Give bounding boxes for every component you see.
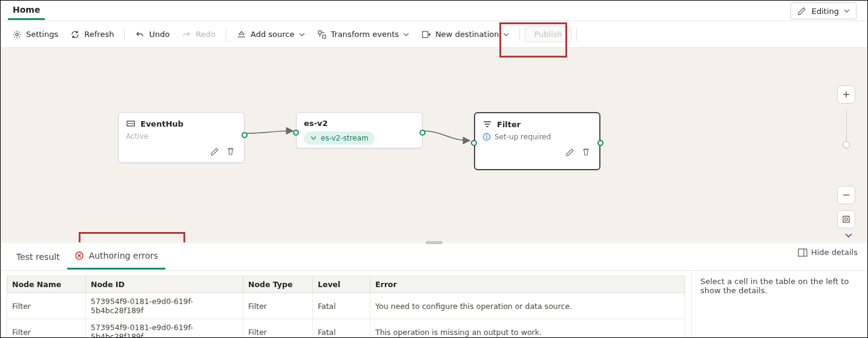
col-node-id[interactable]: Node ID	[86, 276, 243, 293]
divider	[226, 28, 226, 41]
trash-icon	[226, 147, 235, 156]
col-level[interactable]: Level	[313, 276, 370, 293]
toolbar: Settings Refresh Undo Redo Add source Tr…	[1, 21, 867, 48]
new-destination-label: New destination	[435, 30, 499, 39]
table-row[interactable]: Filter 573954f9-0181-e9d0-619f-5b4bc28f1…	[7, 319, 685, 338]
info-icon	[482, 133, 491, 141]
svg-point-0	[16, 33, 18, 35]
svg-rect-10	[486, 136, 487, 139]
canvas[interactable]: EventHub Active es-v2 es-v2-stream Filte…	[1, 48, 867, 242]
transform-icon	[317, 30, 327, 39]
destination-icon	[421, 30, 431, 39]
tab-authoring-errors-label: Authoring errors	[89, 251, 158, 260]
bottom-panel: Test result Authoring errors Hide detail…	[1, 242, 867, 337]
node-eventhub-sub: Active	[126, 132, 237, 141]
add-source-button[interactable]: Add source	[231, 27, 310, 42]
minus-icon	[842, 191, 850, 199]
svg-rect-11	[843, 216, 849, 222]
refresh-button[interactable]: Refresh	[65, 27, 119, 42]
svg-rect-16	[798, 249, 807, 256]
undo-button[interactable]: Undo	[130, 27, 175, 42]
hide-details-button[interactable]: Hide details	[798, 248, 858, 257]
zoom-in-button[interactable]	[837, 85, 855, 104]
cell[interactable]: 573954f9-0181-e9d0-619f-5b4bc28f189f	[86, 293, 243, 319]
cell[interactable]: 573954f9-0181-e9d0-619f-5b4bc28f189f	[86, 319, 243, 338]
node-esv2-title: es-v2	[304, 119, 327, 128]
node-esv2[interactable]: es-v2 es-v2-stream	[296, 112, 422, 148]
col-node-name[interactable]: Node Name	[7, 276, 86, 293]
redo-button: Redo	[176, 27, 221, 42]
cell[interactable]: Filter	[243, 293, 313, 319]
hide-details-label: Hide details	[811, 248, 858, 257]
svg-rect-12	[845, 218, 847, 220]
cell[interactable]: Filter	[7, 293, 86, 319]
hide-details-icon	[798, 248, 807, 257]
port-in-esv2[interactable]	[293, 130, 299, 136]
cell[interactable]: Fatal	[313, 319, 370, 338]
cell[interactable]: This operation is missing an output to w…	[370, 319, 685, 338]
panel-collapse-caret[interactable]	[843, 230, 854, 240]
chevron-down-icon	[403, 31, 409, 38]
node-filter-title: Filter	[497, 120, 521, 129]
editing-label: Editing	[812, 7, 839, 16]
new-destination-button[interactable]: New destination	[416, 27, 515, 42]
tab-authoring-errors[interactable]: Authoring errors	[67, 244, 165, 270]
port-out-filter[interactable]	[597, 140, 603, 146]
transform-label: Transform events	[331, 30, 399, 39]
transform-events-button[interactable]: Transform events	[312, 27, 415, 42]
svg-point-9	[486, 135, 487, 136]
col-error[interactable]: Error	[370, 276, 685, 293]
divider	[124, 28, 125, 41]
errors-table-wrap: Node Name Node ID Node Type Level Error …	[1, 271, 692, 337]
node-filter[interactable]: Filter Set-up required	[474, 112, 600, 170]
edit-node-eventhub[interactable]	[209, 145, 221, 157]
redo-icon	[182, 30, 191, 39]
node-eventhub[interactable]: EventHub Active	[118, 112, 245, 163]
col-node-type[interactable]: Node Type	[243, 276, 313, 293]
settings-label: Settings	[26, 30, 58, 39]
errors-table[interactable]: Node Name Node ID Node Type Level Error …	[7, 276, 685, 337]
error-icon	[74, 251, 84, 260]
add-source-label: Add source	[251, 30, 294, 39]
chevron-down-icon	[503, 31, 509, 38]
fit-to-screen-button[interactable]	[837, 210, 855, 228]
cell[interactable]: Fatal	[313, 293, 370, 319]
stream-pill-label: es-v2-stream	[321, 134, 369, 142]
zoom-thumb[interactable]	[843, 141, 850, 148]
gear-icon	[12, 30, 22, 39]
table-row[interactable]: Filter 573954f9-0181-e9d0-619f-5b4bc28f1…	[7, 293, 685, 319]
editing-mode-button[interactable]: Editing	[791, 2, 856, 19]
port-out-esv2[interactable]	[419, 130, 426, 136]
port-in-filter[interactable]	[471, 140, 477, 146]
delete-node-filter[interactable]	[580, 146, 592, 158]
divider	[576, 28, 577, 41]
svg-rect-2	[323, 35, 326, 38]
fit-icon	[842, 215, 850, 224]
delete-node-eventhub[interactable]	[225, 145, 237, 157]
undo-icon	[135, 30, 145, 39]
settings-button[interactable]: Settings	[7, 27, 64, 42]
svg-rect-3	[422, 31, 428, 38]
svg-point-7	[132, 123, 133, 124]
tab-home[interactable]: Home	[8, 1, 45, 20]
zoom-out-button[interactable]	[837, 186, 855, 204]
node-filter-sub: Set-up required	[495, 133, 551, 141]
details-pane: Select a cell in the table on the left t…	[692, 271, 867, 337]
svg-rect-1	[318, 31, 321, 34]
zoom-slider[interactable]	[846, 110, 847, 146]
add-source-icon	[237, 30, 246, 39]
publish-button: Publish	[525, 26, 571, 42]
publish-label: Publish	[534, 30, 562, 39]
pencil-icon	[565, 147, 575, 157]
pencil-icon	[797, 6, 807, 16]
cell[interactable]: Filter	[243, 319, 313, 338]
chevron-down-icon	[299, 31, 305, 38]
port-out-eventhub[interactable]	[242, 132, 248, 138]
refresh-icon	[70, 30, 80, 39]
edit-node-filter[interactable]	[564, 146, 576, 158]
tab-test-result[interactable]: Test result	[9, 245, 67, 269]
cell[interactable]: You need to configure this operation or …	[370, 293, 685, 319]
plus-icon	[842, 90, 850, 99]
stream-pill[interactable]: es-v2-stream	[304, 131, 375, 145]
cell[interactable]: Filter	[7, 319, 86, 338]
